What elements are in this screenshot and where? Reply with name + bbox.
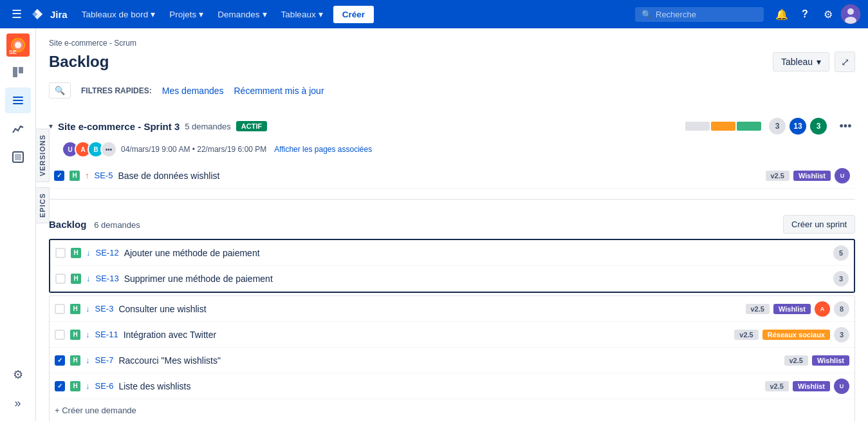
issue-tags-se12: 5 [833, 245, 849, 261]
topnav-logo[interactable]: Jira [28, 5, 68, 23]
issue-checkbox-se6[interactable]: ✓ [55, 381, 65, 391]
svg-rect-15 [15, 154, 21, 160]
issue-tags-se7: v2.5 Wishlist [784, 355, 850, 366]
issue-checkbox-se3[interactable]: ✓ [55, 304, 65, 314]
sidebar-deployments-icon[interactable] [5, 144, 31, 170]
issue-avatar-se6: U [834, 379, 849, 394]
backlog-section: Backlog 6 demandes Créer un sprint ✓ H ↓… [49, 215, 855, 421]
tag-wishlist-se3: Wishlist [773, 304, 811, 314]
issue-key-se12[interactable]: SE-12 [96, 248, 119, 257]
backlog-count: 6 demandes [94, 220, 140, 230]
issue-row-se11[interactable]: ✓ H ↓ SE-11 Intégration avec Twitter v2.… [50, 322, 854, 348]
help-button[interactable]: ? [795, 4, 815, 24]
issue-row-se3[interactable]: ✓ H ↓ SE-3 Consulter une wishlist v2.5 W… [50, 296, 854, 322]
tag-v25-se11: v2.5 [734, 330, 758, 340]
points-se11: 3 [834, 327, 849, 342]
sidebar-board-icon[interactable] [5, 59, 31, 85]
issue-key-se6[interactable]: SE-6 [95, 381, 114, 391]
filter-search-icon: 🔍 [55, 86, 65, 95]
nav-tableaux[interactable]: Tableaux ▾ [275, 5, 329, 23]
page-title: Backlog [49, 53, 109, 71]
points-se3: 8 [834, 301, 849, 317]
epics-label[interactable]: EPICS [36, 187, 50, 223]
notification-button[interactable]: 🔔 [771, 4, 792, 24]
settings-button[interactable]: ⚙ [818, 4, 838, 24]
svg-rect-11 [13, 97, 23, 98]
sidebar-backlog-icon[interactable] [5, 88, 31, 113]
side-labels: VERSIONS EPICS [36, 129, 50, 223]
project-icon-inner: SE [6, 33, 30, 57]
backlog-header: Backlog 6 demandes Créer un sprint [49, 215, 855, 234]
issue-key-se3[interactable]: SE-3 [95, 304, 114, 313]
issue-row-se13[interactable]: ✓ H ↓ SE-13 Supprimer une méthode de pai… [50, 266, 854, 292]
expand-button[interactable]: ⤢ [835, 51, 855, 72]
issue-summary-se12: Ajouter une méthode de paiement [124, 248, 828, 258]
issue-checkbox-se12[interactable]: ✓ [55, 248, 66, 258]
svg-point-6 [15, 42, 21, 48]
jira-logo-icon [28, 5, 46, 23]
sprint-more-button[interactable]: ••• [836, 117, 855, 136]
issue-checkbox-se5[interactable]: ✓ [54, 171, 64, 181]
search-input[interactable] [656, 10, 757, 19]
issue-row-se5[interactable]: ✓ H ↑ SE-5 Base de données wishlist v2.5… [49, 163, 855, 189]
svg-point-2 [847, 8, 854, 15]
sprint-issue-list: ✓ H ↑ SE-5 Base de données wishlist v2.5… [49, 163, 855, 189]
left-sidebar: SE ⚙ » [0, 28, 36, 421]
sprint-title: Site e-commerce - Sprint 3 [58, 121, 180, 132]
issue-summary-se5: Base de données wishlist [118, 171, 760, 181]
nav-demandes[interactable]: Demandes ▾ [211, 5, 273, 23]
priority-icon-se7: ↓ [86, 355, 90, 365]
nav-projets[interactable]: Projets ▾ [163, 5, 210, 23]
breadcrumb: Site e-commerce - Scrum [49, 39, 855, 48]
topnav: ☰ Jira Tableaux de bord ▾ Projets ▾ Dema… [0, 0, 868, 28]
issue-avatar-se3: A [815, 301, 830, 317]
tag-social-se11: Réseaux sociaux [762, 330, 830, 340]
sprint-pages-link[interactable]: Afficher les pages associées [274, 145, 372, 154]
priority-icon-se6: ↓ [86, 381, 90, 391]
create-button[interactable]: Créer [333, 6, 374, 23]
user-avatar[interactable] [841, 5, 860, 24]
tableau-button[interactable]: Tableau ▾ [773, 52, 829, 71]
progress-orange [711, 122, 735, 131]
issue-type-icon-se3: H [70, 304, 80, 314]
create-sprint-button[interactable]: Créer un sprint [783, 215, 855, 234]
svg-text:SE: SE [9, 49, 17, 55]
help-icon: ? [802, 8, 808, 20]
filter-recemment-mis-a-jour[interactable]: Récemment mis à jour [234, 86, 324, 96]
search-bar[interactable]: 🔍 [635, 7, 764, 22]
hamburger-button[interactable]: ☰ [8, 3, 26, 25]
issue-key-se5[interactable]: SE-5 [95, 171, 113, 180]
board-icon [12, 66, 24, 79]
issue-checkbox-se11[interactable]: ✓ [55, 330, 65, 340]
create-demand-link[interactable]: + Créer une demande [50, 399, 854, 421]
progress-green [737, 122, 761, 131]
nav-tableaux-de-bord[interactable]: Tableaux de bord ▾ [75, 5, 162, 23]
filter-search-box[interactable]: 🔍 [49, 82, 71, 98]
checkbox-check: ✓ [57, 382, 62, 389]
issue-checkbox-se13[interactable]: ✓ [55, 274, 66, 284]
sidebar-expand-icon[interactable]: » [5, 390, 31, 416]
issue-tags-se5: v2.5 Wishlist U [766, 168, 851, 183]
issue-type-icon-se12: H [71, 248, 81, 258]
tag-wishlist-se6: Wishlist [793, 381, 830, 391]
issue-row-se7[interactable]: ✓ H ↓ SE-7 Raccourci "Mes wishlists" v2.… [50, 348, 854, 373]
issue-summary-se7: Raccourci "Mes wishlists" [118, 355, 779, 366]
issue-key-se11[interactable]: SE-11 [95, 330, 118, 339]
issue-row-se12[interactable]: ✓ H ↓ SE-12 Ajouter une méthode de paiem… [50, 240, 854, 266]
main-content: Site e-commerce - Scrum Backlog Tableau … [36, 28, 868, 421]
filter-mes-demandes[interactable]: Mes demandes [162, 86, 224, 96]
issue-key-se7[interactable]: SE-7 [95, 355, 114, 365]
project-icon[interactable]: SE [6, 33, 30, 57]
sprint-meta: U A B ••• 04/mars/19 9:00 AM • 22/mars/1… [62, 141, 855, 158]
issue-summary-se13: Supprimer une méthode de paiement [124, 274, 828, 284]
sidebar-reports-icon[interactable] [5, 116, 31, 142]
stat-blue: 13 [790, 118, 806, 135]
backlog-title: Backlog [49, 219, 86, 230]
issue-checkbox-se7[interactable]: ✓ [55, 355, 65, 366]
issue-key-se13[interactable]: SE-13 [96, 274, 119, 283]
points-se12: 5 [833, 245, 849, 261]
issue-row-se6[interactable]: ✓ H ↓ SE-6 Liste des wishlists v2.5 Wish… [50, 373, 854, 399]
sidebar-bottom: ⚙ » [5, 362, 31, 416]
versions-label[interactable]: VERSIONS [36, 129, 50, 182]
sidebar-settings-icon[interactable]: ⚙ [5, 362, 31, 388]
